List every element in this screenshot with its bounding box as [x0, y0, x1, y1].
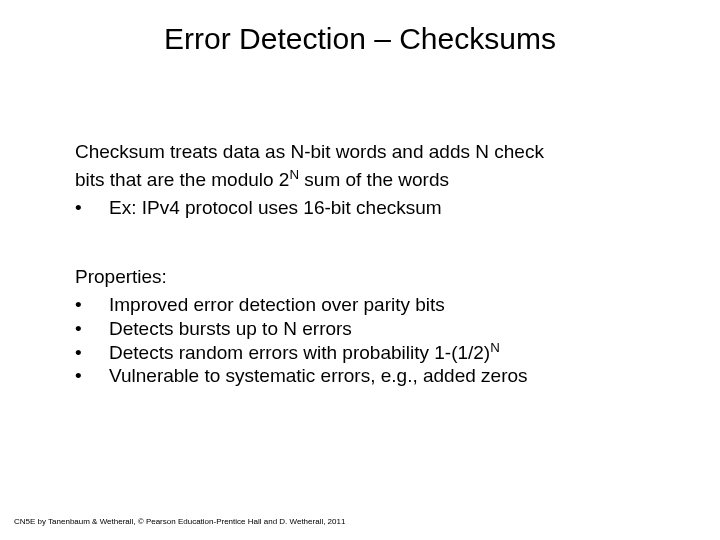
intro-line-2: bits that are the modulo 2N sum of the w… [75, 168, 675, 192]
bullet-item: • Detects bursts up to N errors [75, 317, 675, 341]
bullet-text: Detects random errors with probability 1… [109, 341, 675, 365]
properties-heading: Properties: [75, 265, 675, 289]
bullet-text: Vulnerable to systematic errors, e.g., a… [109, 364, 675, 388]
bullet-mark: • [75, 196, 109, 220]
superscript-n: N [490, 339, 500, 354]
slide-content: Checksum treats data as N-bit words and … [75, 140, 675, 388]
bullet-text-part: Detects random errors with probability 1… [109, 342, 490, 363]
intro-line-1: Checksum treats data as N-bit words and … [75, 140, 675, 164]
slide: Error Detection – Checksums Checksum tre… [0, 0, 720, 540]
bullet-item: • Detects random errors with probability… [75, 341, 675, 365]
bullet-mark: • [75, 317, 109, 341]
properties-block: Properties: • Improved error detection o… [75, 265, 675, 388]
bullet-item: • Improved error detection over parity b… [75, 293, 675, 317]
intro-line-2a: bits that are the modulo 2 [75, 169, 289, 190]
bullet-text: Improved error detection over parity bit… [109, 293, 675, 317]
intro-paragraph: Checksum treats data as N-bit words and … [75, 140, 675, 219]
intro-line-2b: sum of the words [299, 169, 449, 190]
bullet-item: • Vulnerable to systematic errors, e.g.,… [75, 364, 675, 388]
bullet-mark: • [75, 364, 109, 388]
bullet-item: • Ex: IPv4 protocol uses 16-bit checksum [75, 196, 675, 220]
bullet-mark: • [75, 293, 109, 317]
bullet-text: Detects bursts up to N errors [109, 317, 675, 341]
bullet-text: Ex: IPv4 protocol uses 16-bit checksum [109, 196, 675, 220]
bullet-mark: • [75, 341, 109, 365]
footer-text: CN5E by Tanenbaum & Wetherall, © Pearson… [14, 517, 345, 526]
superscript-n: N [289, 166, 299, 181]
slide-title: Error Detection – Checksums [0, 0, 720, 56]
